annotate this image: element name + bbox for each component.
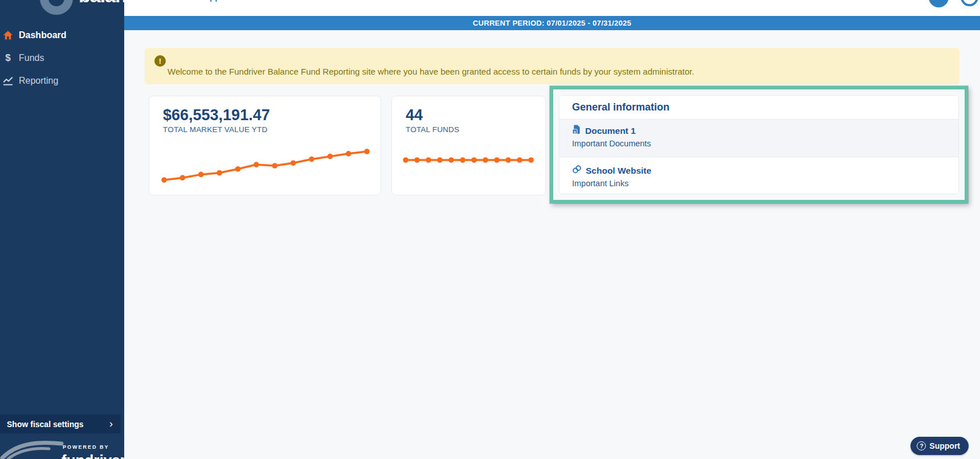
sidebar-item-label: Reporting [19,76,58,86]
general-info-card: General information x Document 1 Importa [559,95,959,194]
list-item-website: School Website Important Links [560,157,958,194]
list-item-document: x Document 1 Important Documents [560,120,958,157]
support-button[interactable]: ? Support [910,437,969,455]
header-nav-link-fragment[interactable]: pp [210,0,220,2]
help-circle-icon[interactable] [961,0,978,6]
general-info-title: General information [560,96,958,120]
question-icon: ? [917,441,926,450]
sidebar-item-label: Funds [19,53,44,63]
avatar-icon[interactable] [929,0,949,7]
total-funds-sparkline [402,154,534,166]
chart-line-icon [3,76,13,86]
support-label: Support [929,441,960,450]
document-1-label: Document 1 [585,126,636,136]
show-fiscal-settings-button[interactable]: Show fiscal settings › [0,415,121,433]
market-value-sparkline [161,148,370,183]
current-period-label: CURRENT PERIOD: 07/01/2025 - 07/31/2025 [473,19,631,27]
chevron-right-icon: › [109,418,113,430]
market-value-label: TOTAL MARKET VALUE YTD [163,125,267,134]
powered-by: POWERED BY fundriver [63,444,109,450]
fiscal-settings-label: Show fiscal settings [7,420,84,429]
document-1-subtitle: Important Documents [572,139,946,148]
link-icon [572,165,582,177]
dollar-icon: $ [3,53,13,63]
document-1-link[interactable]: x Document 1 [572,125,946,137]
total-funds-label: TOTAL FUNDS [406,125,459,134]
total-funds-count: 44 [406,106,423,124]
app-window: balance Dashboard $ Funds Reporting Show… [0,0,980,459]
total-funds-card: 44 TOTAL FUNDS [391,96,546,195]
sidebar-item-funds[interactable]: $ Funds [0,47,124,69]
sidebar-item-label: Dashboard [19,30,67,40]
svg-text:x: x [574,130,576,134]
school-website-link[interactable]: School Website [572,165,946,177]
sidebar: balance Dashboard $ Funds Reporting Show… [0,0,124,459]
sidebar-nav: Dashboard $ Funds Reporting [0,24,124,92]
home-icon [3,30,13,40]
current-period-bar: CURRENT PERIOD: 07/01/2025 - 07/31/2025 [124,16,980,30]
powered-by-brand: fundriver [62,452,124,459]
market-value-amount: $66,553,191.47 [163,106,270,124]
top-header: pp [124,0,980,16]
logo-ring-icon [40,0,73,15]
general-info-highlight: General information x Document 1 Importa [550,86,968,203]
school-website-subtitle: Important Links [572,179,946,188]
sidebar-item-reporting[interactable]: Reporting [0,69,124,92]
main-content: ! Welcome to the Fundriver Balance Fund … [124,30,980,459]
market-value-card: $66,553,191.47 TOTAL MARKET VALUE YTD [149,96,381,195]
school-website-label: School Website [586,166,651,176]
welcome-banner: ! Welcome to the Fundriver Balance Fund … [145,48,959,84]
logo-text: balance [79,0,124,6]
alert-icon: ! [154,55,166,67]
powered-by-label: POWERED BY [63,444,109,450]
excel-file-icon: x [572,125,581,137]
sidebar-item-dashboard[interactable]: Dashboard [0,24,124,47]
powered-by-swoosh-icon [0,440,64,459]
welcome-banner-text: Welcome to the Fundriver Balance Fund Re… [168,67,694,76]
